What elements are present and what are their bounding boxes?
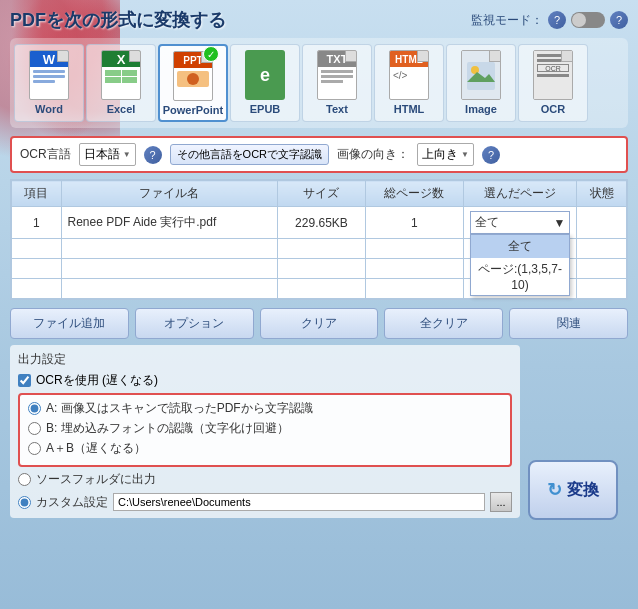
- row-selected-pages[interactable]: 全て ▼ 全て ページ:(1,3,5,7-10): [463, 207, 577, 239]
- app-title: PDFを次の形式に変換する: [10, 8, 226, 32]
- excel-tab-icon: X: [99, 49, 143, 101]
- ppt-tab-icon: PPT ✓: [171, 50, 215, 102]
- tab-word[interactable]: W Word: [14, 44, 84, 122]
- word-tab-icon: W: [27, 49, 71, 101]
- radio-label-ab[interactable]: A＋B（遅くなる）: [46, 440, 146, 457]
- word-tab-label: Word: [35, 103, 63, 115]
- action-buttons: ファイル追加 オプション クリア 全クリア 関連: [10, 308, 628, 339]
- ocr-other-language-button[interactable]: その他言語をOCRで文字認識: [170, 144, 329, 165]
- ppt-tab-label: PowerPoint: [163, 104, 224, 116]
- tab-html[interactable]: HTML </> HTML: [374, 44, 444, 122]
- ocr-checkbox-row: OCRを使用 (遅くなる): [18, 372, 512, 389]
- table-row: 1 Renee PDF Aide 実行中.pdf 229.65KB 1 全て ▼: [12, 207, 627, 239]
- tab-ocr[interactable]: OCR OCR: [518, 44, 588, 122]
- file-table-section: 項目 ファイル名 サイズ 総ページ数 選んだページ 状態 1 Renee PDF…: [10, 179, 628, 300]
- source-folder-label[interactable]: ソースフォルダに出力: [36, 471, 156, 488]
- app-window: PDFを次の形式に変換する 監視モード： ? ? W: [0, 0, 638, 609]
- orientation-label: 画像の向き：: [337, 146, 409, 163]
- format-tabs-container: W Word X: [10, 38, 628, 128]
- file-table: 項目 ファイル名 サイズ 総ページ数 選んだページ 状態 1 Renee PDF…: [11, 180, 627, 299]
- orientation-dropdown-arrow: ▼: [461, 150, 469, 159]
- monitor-help2-button[interactable]: ?: [610, 11, 628, 29]
- radio-option-b[interactable]: [28, 422, 41, 435]
- custom-label[interactable]: カスタム設定: [36, 494, 108, 511]
- col-total-pages: 総ページ数: [365, 181, 463, 207]
- ocr-language-bar: OCR言語 日本語 ▼ ? その他言語をOCRで文字認識 画像の向き： 上向き …: [10, 136, 628, 173]
- epub-tab-label: EPUB: [250, 103, 281, 115]
- radio-row-a: A: 画像又はスキャンで読取ったPDFから文字認識: [28, 400, 502, 417]
- radio-row-b: B: 埋め込みフォントの認識（文字化け回避）: [28, 420, 502, 437]
- app-header: PDFを次の形式に変換する 監視モード： ? ?: [10, 8, 628, 32]
- page-select-value: 全て: [475, 214, 499, 231]
- ocr-language-help-button[interactable]: ?: [144, 146, 162, 164]
- row-size: 229.65KB: [278, 207, 366, 239]
- clear-button[interactable]: クリア: [260, 308, 379, 339]
- add-file-button[interactable]: ファイル追加: [10, 308, 129, 339]
- radio-option-ab[interactable]: [28, 442, 41, 455]
- tab-text[interactable]: TXT Text: [302, 44, 372, 122]
- convert-icon: ↻: [547, 479, 562, 501]
- convert-button[interactable]: ↻ 変換: [528, 460, 618, 520]
- radio-label-a[interactable]: A: 画像又はスキャンで読取ったPDFから文字認識: [46, 400, 313, 417]
- monitor-mode-label: 監視モード：: [471, 12, 543, 29]
- browse-button[interactable]: ...: [490, 492, 512, 512]
- convert-button-area: ↻ 変換: [528, 345, 628, 524]
- ocr-options-box: A: 画像又はスキャンで読取ったPDFから文字認識 B: 埋め込みフォントの認識…: [18, 393, 512, 467]
- col-status: 状態: [577, 181, 627, 207]
- radio-label-b[interactable]: B: 埋め込みフォントの認識（文字化け回避）: [46, 420, 289, 437]
- orientation-help-button[interactable]: ?: [482, 146, 500, 164]
- custom-path-row: カスタム設定 ...: [18, 492, 512, 512]
- language-dropdown-arrow: ▼: [123, 150, 131, 159]
- text-tab-label: Text: [326, 103, 348, 115]
- page-select-button[interactable]: 全て ▼: [470, 211, 571, 234]
- col-filename: ファイル名: [61, 181, 277, 207]
- clear-all-button[interactable]: 全クリア: [384, 308, 503, 339]
- page-option-all[interactable]: 全て: [471, 235, 570, 258]
- ocr-checkbox-label[interactable]: OCRを使用 (遅くなる): [36, 372, 158, 389]
- source-folder-radio[interactable]: [18, 473, 31, 486]
- source-folder-row: ソースフォルダに出力: [18, 471, 512, 488]
- custom-path-input[interactable]: [113, 493, 485, 511]
- page-dropdown-menu: 全て ページ:(1,3,5,7-10): [470, 234, 571, 296]
- bottom-area: 出力設定 OCRを使用 (遅くなる) A: 画像又はスキャンで読取ったPDFから…: [10, 345, 628, 524]
- radio-row-ab: A＋B（遅くなる）: [28, 440, 502, 457]
- orientation-select[interactable]: 上向き ▼: [417, 143, 474, 166]
- page-select-wrapper[interactable]: 全て ▼ 全て ページ:(1,3,5,7-10): [470, 211, 571, 234]
- radio-option-a[interactable]: [28, 402, 41, 415]
- output-settings-area: 出力設定 OCRを使用 (遅くなる) A: 画像又はスキャンで読取ったPDFから…: [10, 345, 520, 524]
- monitor-toggle[interactable]: [571, 12, 605, 28]
- options-button[interactable]: オプション: [135, 308, 254, 339]
- tab-powerpoint[interactable]: PPT ✓ PowerPoint: [158, 44, 228, 122]
- ocr-checkbox[interactable]: [18, 374, 31, 387]
- monitor-help-button[interactable]: ?: [548, 11, 566, 29]
- html-tab-icon: HTML </>: [387, 49, 431, 101]
- col-num: 項目: [12, 181, 62, 207]
- tab-epub[interactable]: e EPUB: [230, 44, 300, 122]
- page-select-arrow: ▼: [554, 216, 566, 230]
- ocr-language-select[interactable]: 日本語 ▼: [79, 143, 136, 166]
- epub-tab-icon: e: [243, 49, 287, 101]
- tab-excel[interactable]: X Excel: [86, 44, 156, 122]
- tab-image[interactable]: Image: [446, 44, 516, 122]
- ocr-tab-icon: OCR: [531, 49, 575, 101]
- convert-label: 変換: [567, 480, 599, 501]
- row-filename: Renee PDF Aide 実行中.pdf: [61, 207, 277, 239]
- col-selected-pages: 選んだページ: [463, 181, 577, 207]
- page-option-custom[interactable]: ページ:(1,3,5,7-10): [471, 258, 570, 295]
- custom-radio[interactable]: [18, 496, 31, 509]
- col-size: サイズ: [278, 181, 366, 207]
- ocr-language-label: OCR言語: [20, 146, 71, 163]
- image-tab-label: Image: [465, 103, 497, 115]
- html-tab-label: HTML: [394, 103, 425, 115]
- active-checkmark: ✓: [203, 46, 219, 62]
- related-button[interactable]: 関連: [509, 308, 628, 339]
- img-tab-icon: [459, 49, 503, 101]
- ocr-tab-label: OCR: [541, 103, 565, 115]
- excel-tab-label: Excel: [107, 103, 136, 115]
- monitor-mode-area: 監視モード： ? ?: [471, 11, 628, 29]
- txt-tab-icon: TXT: [315, 49, 359, 101]
- row-num: 1: [12, 207, 62, 239]
- row-status: [577, 207, 627, 239]
- row-total-pages: 1: [365, 207, 463, 239]
- output-settings: 出力設定 OCRを使用 (遅くなる) A: 画像又はスキャンで読取ったPDFから…: [10, 345, 520, 518]
